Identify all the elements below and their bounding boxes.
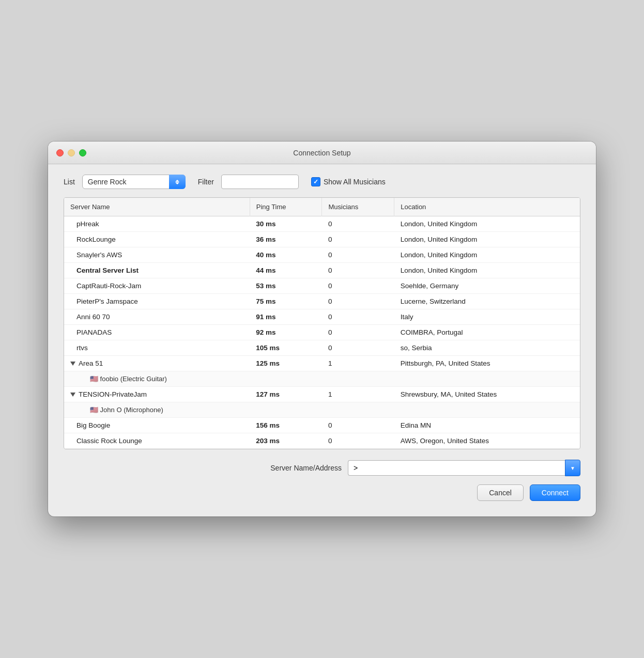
expand-icon (70, 362, 75, 366)
show-all-wrapper: Show All Musicians (311, 177, 386, 186)
musicians-cell: 0 (322, 418, 394, 433)
traffic-lights (56, 149, 86, 156)
server-name-cell: pHreak (64, 216, 250, 232)
table-row[interactable]: Area 51 125 ms 1 Pittsburgh, PA, United … (64, 356, 580, 371)
location-cell: London, United Kingdom (394, 216, 580, 232)
ping-cell: 53 ms (250, 278, 322, 294)
location-cell: Soehlde, Germany (394, 278, 580, 294)
table-row[interactable]: PieterP's Jamspace 75 ms 0 Lucerne, Swit… (64, 294, 580, 309)
location-cell: Edina MN (394, 418, 580, 433)
musicians-cell: 0 (322, 263, 394, 278)
button-row: Cancel Connect (64, 484, 580, 501)
musicians-cell: 0 (322, 247, 394, 263)
table-row[interactable]: Big Boogie 156 ms 0 Edina MN (64, 418, 580, 433)
server-address-input-wrapper (348, 460, 580, 476)
server-address-label: Server Name/Address (270, 464, 342, 472)
location-cell: Shrewsbury, MA, United States (394, 387, 580, 402)
musicians-cell: 1 (322, 387, 394, 402)
server-address-input[interactable] (348, 460, 565, 476)
location-cell: London, United Kingdom (394, 232, 580, 247)
ping-cell: 156 ms (250, 418, 322, 433)
show-all-musicians-label: Show All Musicians (324, 178, 386, 186)
minimize-button[interactable] (68, 149, 75, 156)
list-select-wrapper: Genre Rock (82, 175, 186, 189)
toolbar: List Genre Rock Filter Show All Musician… (64, 175, 580, 189)
maximize-button[interactable] (79, 149, 86, 156)
table-row[interactable]: Central Server List 44 ms 0 London, Unit… (64, 263, 580, 278)
table-row[interactable]: pHreak 30 ms 0 London, United Kingdom (64, 216, 580, 232)
show-all-musicians-checkbox[interactable] (311, 177, 320, 186)
list-label: List (64, 178, 75, 186)
server-name-cell: Classic Rock Lounge (64, 433, 250, 449)
close-button[interactable] (56, 149, 64, 156)
server-address-dropdown-icon[interactable] (565, 460, 580, 476)
server-address-row: Server Name/Address (64, 460, 580, 476)
table-row[interactable]: TENSION-PrivateJam 127 ms 1 Shrewsbury, … (64, 387, 580, 402)
server-name-cell: Big Boogie (64, 418, 250, 433)
musicians-cell: 0 (322, 294, 394, 309)
server-name-cell: Anni 60 70 (64, 309, 250, 325)
server-name-cell: Area 51 (64, 356, 250, 371)
expand-icon (70, 393, 75, 397)
cancel-button[interactable]: Cancel (477, 484, 524, 501)
location-cell: Pittsburgh, PA, United States (394, 356, 580, 371)
window-title: Connection Setup (293, 149, 350, 157)
musicians-cell: 0 (322, 340, 394, 356)
musician-cell: 🇺🇸 John O (Microphone) (64, 402, 580, 418)
table-row[interactable]: Classic Rock Lounge 203 ms 0 AWS, Oregon… (64, 433, 580, 449)
musician-row: 🇺🇸 John O (Microphone) (64, 402, 580, 418)
table-row[interactable]: Anni 60 70 91 ms 0 Italy (64, 309, 580, 325)
location-cell: AWS, Oregon, United States (394, 433, 580, 449)
filter-input[interactable] (221, 175, 299, 189)
location-cell: Italy (394, 309, 580, 325)
location-cell: London, United Kingdom (394, 247, 580, 263)
musician-row: 🇺🇸 foobio (Electric Guitar) (64, 371, 580, 387)
server-name-cell: CaptRauti-Rock-Jam (64, 278, 250, 294)
ping-cell: 40 ms (250, 247, 322, 263)
ping-cell: 36 ms (250, 232, 322, 247)
location-cell: London, United Kingdom (394, 263, 580, 278)
ping-cell: 91 ms (250, 309, 322, 325)
table-row[interactable]: PIANADAS 92 ms 0 COIMBRA, Portugal (64, 325, 580, 340)
musicians-cell: 0 (322, 325, 394, 340)
location-cell: COIMBRA, Portugal (394, 325, 580, 340)
main-content: List Genre Rock Filter Show All Musician… (48, 164, 596, 516)
header-location: Location (394, 198, 580, 216)
musicians-cell: 1 (322, 356, 394, 371)
table-row[interactable]: CaptRauti-Rock-Jam 53 ms 0 Soehlde, Germ… (64, 278, 580, 294)
bottom-section: Server Name/Address Cancel Connect (64, 460, 580, 501)
table-row[interactable]: Snayler's AWS 40 ms 0 London, United Kin… (64, 247, 580, 263)
connect-button[interactable]: Connect (530, 484, 580, 501)
server-table-container: Server Name Ping Time Musicians Location… (64, 197, 580, 449)
server-name-cell: Central Server List (64, 263, 250, 278)
ping-cell: 203 ms (250, 433, 322, 449)
ping-cell: 105 ms (250, 340, 322, 356)
table-row[interactable]: rtvs 105 ms 0 so, Serbia (64, 340, 580, 356)
musicians-cell: 0 (322, 232, 394, 247)
table-row[interactable]: RockLounge 36 ms 0 London, United Kingdo… (64, 232, 580, 247)
ping-cell: 75 ms (250, 294, 322, 309)
server-name-cell: TENSION-PrivateJam (64, 387, 250, 402)
table-header-row: Server Name Ping Time Musicians Location (64, 198, 580, 216)
server-name-cell: rtvs (64, 340, 250, 356)
server-table: Server Name Ping Time Musicians Location… (64, 198, 580, 449)
musicians-cell: 0 (322, 309, 394, 325)
location-cell: Lucerne, Switzerland (394, 294, 580, 309)
musician-cell: 🇺🇸 foobio (Electric Guitar) (64, 371, 580, 387)
ping-cell: 44 ms (250, 263, 322, 278)
list-select[interactable]: Genre Rock (82, 175, 186, 189)
musicians-cell: 0 (322, 433, 394, 449)
header-server-name: Server Name (64, 198, 250, 216)
header-ping-time: Ping Time (250, 198, 322, 216)
server-name-cell: RockLounge (64, 232, 250, 247)
location-cell: so, Serbia (394, 340, 580, 356)
server-name-cell: Snayler's AWS (64, 247, 250, 263)
header-musicians: Musicians (322, 198, 394, 216)
server-name-cell: PieterP's Jamspace (64, 294, 250, 309)
ping-cell: 92 ms (250, 325, 322, 340)
server-name-cell: PIANADAS (64, 325, 250, 340)
ping-cell: 30 ms (250, 216, 322, 232)
musicians-cell: 0 (322, 216, 394, 232)
ping-cell: 125 ms (250, 356, 322, 371)
connection-setup-window: Connection Setup List Genre Rock Filter … (48, 142, 596, 516)
